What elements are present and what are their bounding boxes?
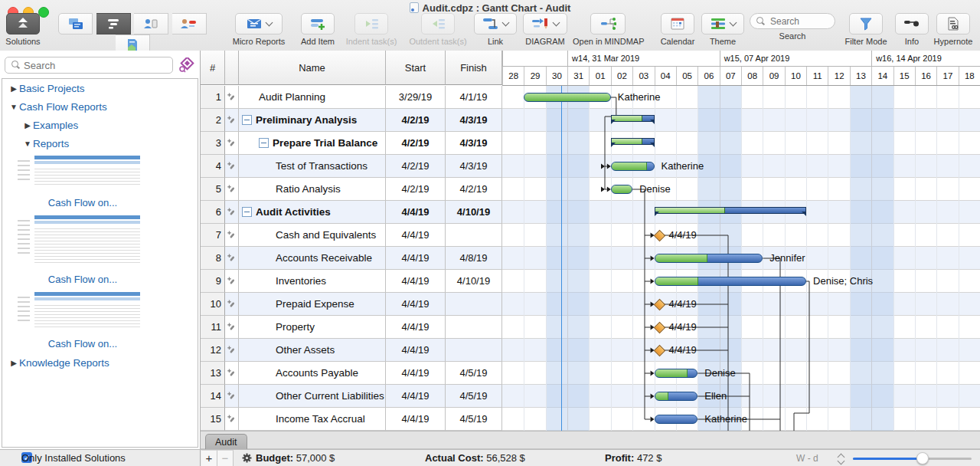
row-number-cell[interactable]: 8 [201,247,225,270]
task-name-cell[interactable]: Prepare Trial Balance [239,132,386,155]
gantt-bar[interactable] [655,392,698,401]
task-name-cell[interactable]: Inventories [239,270,386,293]
task-edit-icon[interactable] [225,270,239,293]
task-name-cell[interactable]: Income Tax Accrual [239,408,386,431]
table-row[interactable]: 8Accounts Receivable4/4/194/8/19 [201,247,502,270]
table-row[interactable]: 15Income Tax Accrual4/4/194/5/19 [201,408,502,431]
gantt-summary-bar[interactable] [611,138,655,145]
task-name-cell[interactable]: Accounts Receivable [239,247,386,270]
tree-node-basic-projects[interactable]: ▶Basic Projects [2,79,198,97]
table-row[interactable]: 10Prepaid Expense4/4/19 [201,293,502,316]
task-name-cell[interactable]: Property [239,316,386,339]
task-finish-cell[interactable]: 4/8/19 [446,247,502,270]
task-start-cell[interactable]: 4/4/19 [386,385,446,408]
task-name-cell[interactable]: Other Current Liabilities [239,385,386,408]
chevron-collapsed-icon[interactable]: ▶ [22,121,33,130]
row-number-cell[interactable]: 5 [201,178,225,201]
task-finish-cell[interactable] [446,224,502,247]
task-finish-cell[interactable]: 4/5/19 [446,362,502,385]
task-finish-cell[interactable]: 4/3/19 [446,109,502,132]
table-row[interactable]: 9Inventories4/4/194/10/19 [201,270,502,293]
report-thumbnail-caption[interactable]: Cash Flow on... [2,194,163,212]
row-number-cell[interactable]: 6 [201,201,225,224]
gantt-bar[interactable] [524,93,610,102]
tree-node-examples[interactable]: ▶Examples [2,116,198,134]
task-edit-icon[interactable] [225,109,239,132]
zoom-out-button[interactable]: − [217,450,234,466]
task-edit-icon[interactable] [225,316,239,339]
task-edit-icon[interactable] [225,201,239,224]
task-edit-icon[interactable] [225,339,239,362]
gantt-bar[interactable] [655,277,807,286]
table-row[interactable]: 7Cash and Equivalents4/4/19 [201,224,502,247]
task-edit-icon[interactable] [225,293,239,316]
row-number-cell[interactable]: 12 [201,339,225,362]
task-start-cell[interactable]: 4/4/19 [386,293,446,316]
task-edit-icon[interactable] [225,86,239,109]
indent-task-button[interactable] [354,13,388,34]
task-edit-icon[interactable] [225,247,239,270]
task-start-cell[interactable]: 4/4/19 [386,247,446,270]
info-button[interactable] [895,13,929,34]
table-row[interactable]: 14Other Current Liabilities4/4/194/5/19 [201,385,502,408]
tab-audit[interactable]: Audit [205,434,247,450]
gear-icon[interactable] [242,453,252,465]
task-name-cell[interactable]: Prepaid Expense [239,293,386,316]
task-start-cell[interactable]: 4/4/19 [386,362,446,385]
chevron-collapsed-icon[interactable]: ▶ [8,84,19,93]
task-finish-cell[interactable]: 4/2/19 [446,178,502,201]
table-row[interactable]: 11Property4/4/19 [201,316,502,339]
tree-node-knowledge-reports[interactable]: ▶Knowledge Reports [2,353,198,372]
task-name-cell[interactable]: Test of Transactions [239,155,386,178]
chevron-expanded-icon[interactable]: ▼ [22,139,33,148]
report-thumbnail-caption[interactable]: Cash Flow on... [2,335,163,353]
column-header-number[interactable]: # [201,51,225,85]
filter-mode-button[interactable] [849,13,883,34]
slider-knob[interactable] [916,452,929,464]
column-header-icon[interactable] [225,51,239,85]
task-start-cell[interactable]: 3/29/19 [386,86,446,109]
outdent-task-button[interactable] [421,13,455,34]
table-row[interactable]: 6Audit Activities4/4/194/10/19 [201,201,502,224]
solutions-button[interactable] [6,13,40,34]
task-finish-cell[interactable]: 4/10/19 [446,270,502,293]
task-start-cell[interactable]: 4/4/19 [386,339,446,362]
report-thumbnail[interactable] [34,156,140,186]
task-edit-icon[interactable] [225,155,239,178]
chevron-collapsed-icon[interactable]: ▶ [8,359,19,367]
task-finish-cell[interactable]: 4/5/19 [446,408,502,431]
gantt-bar[interactable] [655,254,763,263]
task-finish-cell[interactable] [446,339,502,362]
task-finish-cell[interactable]: 4/3/19 [446,155,502,178]
column-header-start[interactable]: Start [386,51,446,85]
row-number-cell[interactable]: 3 [201,132,225,155]
hypernote-button[interactable] [936,13,970,34]
task-edit-icon[interactable] [225,408,239,431]
diagram-button[interactable] [523,13,567,34]
link-button[interactable] [474,13,517,34]
tree-node-reports[interactable]: ▼Reports [2,134,198,153]
tree-node-cash-flow-reports[interactable]: ▼Cash Flow Reports [2,97,198,116]
task-finish-cell[interactable]: 4/10/19 [446,201,502,224]
row-number-cell[interactable]: 15 [201,408,225,431]
collapse-toggle-icon[interactable] [242,207,252,217]
table-row[interactable]: 2Preliminary Analysis4/2/194/3/19 [201,109,502,132]
gantt-bar[interactable] [611,162,655,171]
gantt-summary-bar[interactable] [655,207,807,214]
report-thumbnail-caption[interactable]: Cash Flow on... [2,271,163,289]
table-row[interactable]: 3Prepare Trial Balance4/2/194/3/19 [201,132,502,155]
task-name-cell[interactable]: Audit Planning [239,86,386,109]
task-finish-cell[interactable]: 4/1/19 [446,86,502,109]
task-start-cell[interactable]: 4/2/19 [386,132,446,155]
row-number-cell[interactable]: 2 [201,109,225,132]
report-thumbnail[interactable] [34,292,140,327]
theme-button[interactable] [701,13,744,34]
task-start-cell[interactable]: 4/2/19 [386,109,446,132]
view-project-outline-button[interactable] [58,13,93,34]
gantt-summary-bar[interactable] [611,115,655,122]
collapse-toggle-icon[interactable] [242,115,252,125]
gantt-bar[interactable] [655,369,698,378]
task-start-cell[interactable]: 4/4/19 [386,201,446,224]
add-item-button[interactable] [301,13,335,34]
task-name-cell[interactable]: Accounts Payable [239,362,386,385]
